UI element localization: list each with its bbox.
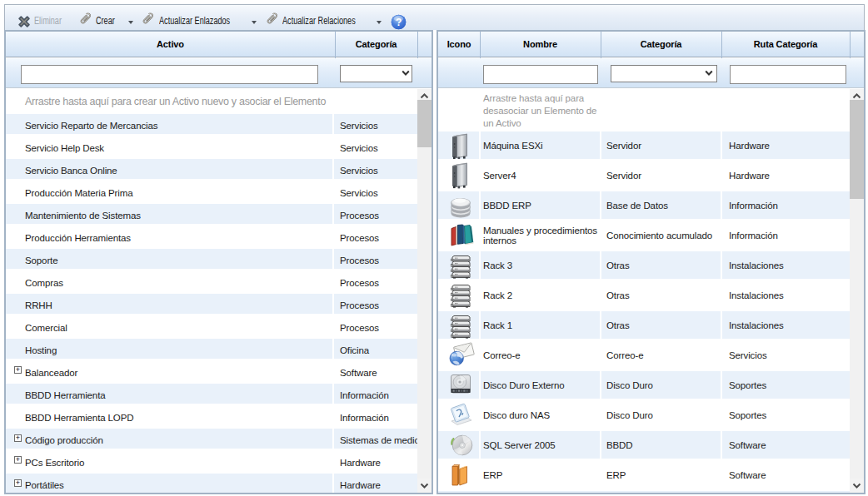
svg-text:?: ? [396, 17, 402, 28]
